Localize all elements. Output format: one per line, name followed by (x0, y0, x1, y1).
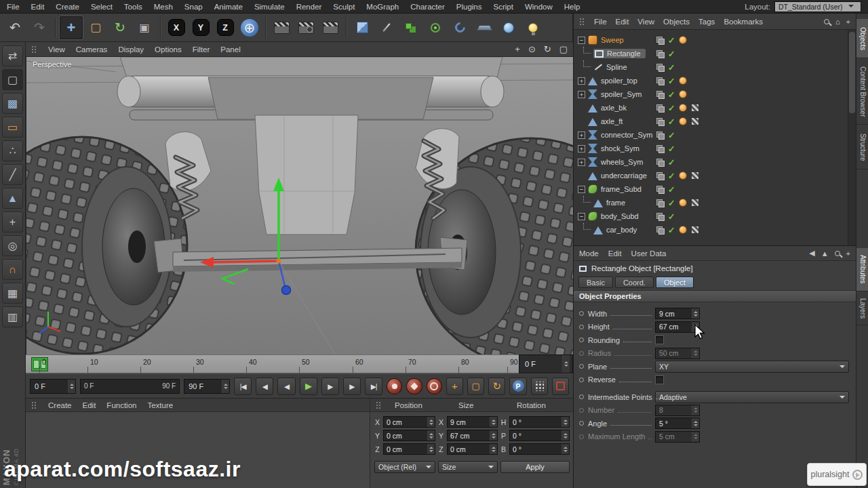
stepper[interactable] (427, 444, 435, 454)
enabled-check-icon[interactable]: ✓ (668, 62, 675, 73)
keyframe-selection-button[interactable] (427, 378, 442, 394)
side-tab-structure[interactable]: Structure (856, 126, 868, 169)
om-menu-file[interactable]: File (594, 18, 607, 26)
stepper[interactable] (68, 380, 75, 393)
am-menu-mode[interactable]: Mode (579, 249, 599, 258)
mat-menu-create[interactable]: Create (48, 401, 72, 409)
menu-script[interactable]: Script (493, 3, 513, 11)
mograph-cloner-button[interactable] (399, 16, 422, 39)
object-row-spoiler-top[interactable]: + spoiler_top ✓ (574, 74, 848, 87)
z-axis-lock-button[interactable]: Z (217, 19, 234, 36)
om-menu-edit[interactable]: Edit (616, 18, 629, 26)
current-frame-field[interactable]: 0 F (519, 354, 573, 373)
panel-drag-handle[interactable] (31, 45, 37, 54)
tab-object[interactable]: Object (656, 277, 694, 288)
object-row-axle-bk[interactable]: axle_bk ✓ (574, 101, 848, 115)
redo-button[interactable]: ↷ (28, 16, 51, 39)
scale-tool-button[interactable]: ▢ (84, 16, 107, 39)
autokey-frame-toggle[interactable] (552, 378, 569, 395)
stepper[interactable] (490, 417, 497, 427)
orbit-icon[interactable]: ↻ (544, 44, 551, 54)
visibility-toggle-icon[interactable] (656, 213, 664, 220)
stepper[interactable] (490, 444, 497, 454)
end-frame-field[interactable]: 90 F (184, 379, 230, 394)
frame-stepper[interactable] (562, 355, 570, 373)
menu-mograph[interactable]: MoGraph (366, 3, 399, 11)
render-picture-viewer-button[interactable] (319, 16, 342, 39)
side-tab-content-browser[interactable]: Content Browser (856, 60, 868, 125)
rotation-p-field[interactable]: 0 ° (509, 430, 570, 441)
search-icon[interactable] (835, 251, 840, 256)
object-row-sweep[interactable]: − Sweep ✓ (574, 33, 848, 47)
expander-icon[interactable]: − (578, 186, 585, 193)
maximize-view-icon[interactable]: ▢ (559, 44, 568, 54)
enabled-check-icon[interactable]: ✓ (668, 171, 675, 181)
prev-key-button[interactable]: ◀ (256, 378, 273, 395)
rotate-tool-button[interactable]: ↻ (108, 16, 132, 39)
enabled-check-icon[interactable]: ✓ (668, 157, 675, 167)
menu-simulate[interactable]: Simulate (254, 3, 285, 11)
anim-dot-icon[interactable] (579, 378, 584, 382)
object-row-shock-sym[interactable]: + shock_Sym ✓ (574, 142, 848, 155)
phong-tag-icon[interactable] (679, 104, 687, 112)
menu-snap[interactable]: Snap (184, 3, 203, 11)
range-end-grip[interactable]: 90 F (162, 382, 176, 390)
om-menu-tags[interactable]: Tags (698, 18, 715, 26)
visibility-toggle-icon[interactable] (656, 199, 664, 207)
tab-basic[interactable]: Basic (578, 277, 613, 288)
floor-button[interactable] (473, 16, 496, 39)
visibility-toggle-icon[interactable] (656, 104, 664, 112)
visibility-toggle-icon[interactable] (656, 226, 664, 234)
visibility-toggle-icon[interactable] (656, 50, 664, 58)
enabled-check-icon[interactable]: ✓ (668, 184, 675, 195)
timeline-ruler[interactable]: 0 10 20 30 40 50 60 70 80 90 (26, 354, 519, 373)
vp-menu-display[interactable]: Display (118, 45, 144, 54)
vp-menu-filter[interactable]: Filter (193, 45, 210, 54)
object-row-connector-sym[interactable]: + connector_Sym ✓ (574, 128, 848, 142)
expander-icon[interactable]: + (578, 77, 585, 85)
enabled-check-icon[interactable]: ✓ (668, 117, 675, 127)
goto-start-button[interactable]: |◀ (234, 378, 252, 395)
visibility-toggle-icon[interactable] (656, 159, 664, 166)
enabled-check-icon[interactable]: ✓ (668, 211, 675, 222)
expander-icon[interactable]: + (578, 91, 585, 98)
position-x-field[interactable]: 0 cm (383, 416, 435, 428)
home-icon[interactable]: ⌂ (835, 18, 840, 26)
enabled-check-icon[interactable]: ✓ (668, 225, 675, 235)
expander-icon[interactable]: + (578, 131, 585, 139)
stepper[interactable] (427, 430, 435, 441)
vp-menu-view[interactable]: View (48, 45, 65, 54)
phong-tag-icon[interactable] (679, 77, 687, 85)
history-back-icon[interactable]: ◀ (809, 249, 814, 258)
visibility-toggle-icon[interactable] (656, 37, 664, 44)
array-button[interactable] (424, 16, 447, 39)
search-icon[interactable] (824, 19, 829, 24)
deformer-button[interactable] (448, 16, 471, 39)
uvw-tag-icon[interactable] (691, 199, 699, 207)
move-tool-button[interactable]: + (60, 16, 83, 39)
visibility-toggle-icon[interactable] (656, 91, 664, 98)
width-field[interactable]: 9 cm (655, 308, 700, 319)
snap-magnet-button[interactable]: ∩ (2, 259, 23, 280)
x-axis-lock-button[interactable]: X (168, 19, 185, 36)
polygons-mode-button[interactable]: ▲ (2, 188, 23, 209)
workplane-mode-button[interactable]: ▭ (2, 117, 23, 138)
vp-menu-panel[interactable]: Panel (220, 45, 240, 54)
object-row-frame-subd[interactable]: − frame_Subd ✓ (574, 182, 848, 196)
viewport-3d-scene[interactable] (26, 57, 573, 354)
light-button[interactable] (521, 16, 545, 39)
side-tab-objects[interactable]: Objects (856, 19, 868, 58)
plane-dropdown[interactable]: XY (655, 361, 849, 373)
size-x-field[interactable]: 9 cm (447, 416, 498, 428)
stepper[interactable] (427, 417, 435, 427)
visibility-toggle-icon[interactable] (656, 118, 664, 125)
anim-dot-icon[interactable] (579, 364, 584, 369)
expander-icon[interactable]: + (578, 145, 585, 152)
menu-mesh[interactable]: Mesh (154, 3, 173, 11)
enabled-check-icon[interactable]: ✓ (668, 103, 675, 113)
intermediate-points-dropdown[interactable]: Adaptive (655, 391, 849, 403)
anim-dot-icon[interactable] (579, 421, 584, 426)
object-row-axle-ft[interactable]: axle_ft ✓ (574, 115, 848, 128)
angle-field[interactable]: 5 ° (655, 418, 700, 429)
uvw-tag-icon[interactable] (691, 171, 699, 180)
